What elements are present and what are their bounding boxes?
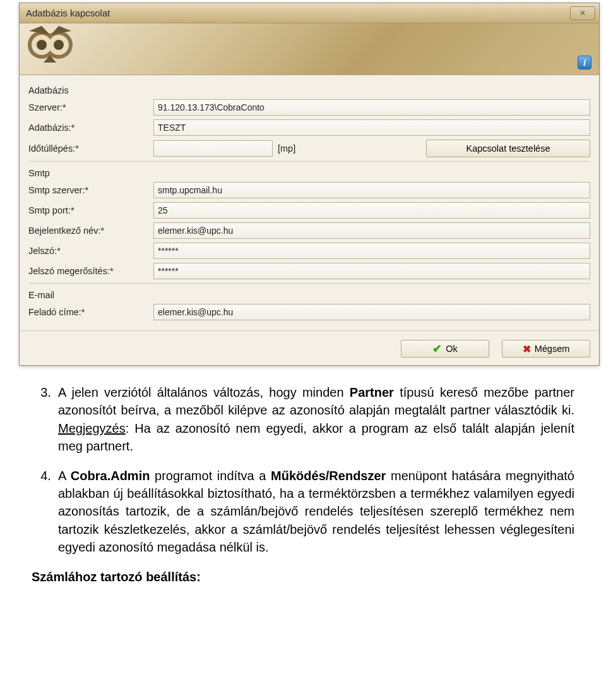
label-database: Adatbázis:* bbox=[28, 123, 148, 133]
document-body: A jelen verziótól általános változás, ho… bbox=[32, 383, 574, 586]
close-button[interactable]: × bbox=[570, 6, 595, 20]
label-smtp-password-confirm: Jelszó megerősítés:* bbox=[28, 266, 148, 276]
smtp-server-input[interactable] bbox=[153, 182, 590, 198]
owl-logo-icon bbox=[20, 23, 89, 75]
titlebar: Adatbázis kapcsolat × bbox=[20, 3, 599, 23]
sender-address-input[interactable] bbox=[153, 304, 590, 320]
server-input[interactable] bbox=[153, 99, 590, 116]
label-smtp-port: Smtp port:* bbox=[28, 205, 148, 215]
svg-point-4 bbox=[37, 40, 47, 50]
list-item-4: A Cobra.Admin programot indítva a Működé… bbox=[58, 467, 574, 557]
label-smtp-login: Bejelentkező név:* bbox=[28, 226, 148, 236]
section-heading-smtp: Smtp bbox=[28, 168, 590, 178]
timeout-input[interactable] bbox=[153, 140, 273, 157]
section-heading-email: E-mail bbox=[28, 290, 590, 300]
smtp-port-input[interactable] bbox=[153, 202, 590, 219]
window-title: Adatbázis kapcsolat bbox=[26, 8, 110, 18]
smtp-login-input[interactable] bbox=[153, 222, 590, 239]
x-icon: ✖ bbox=[523, 343, 531, 355]
label-timeout: Időtúllépés:* bbox=[28, 143, 148, 154]
ok-button[interactable]: ✔ Ok bbox=[401, 340, 489, 358]
timeout-unit: [mp] bbox=[278, 143, 303, 154]
label-server: Szerver:* bbox=[28, 102, 148, 112]
database-connection-dialog: Adatbázis kapcsolat × i Adatbázis Szerve… bbox=[19, 3, 600, 366]
label-smtp-password: Jelszó:* bbox=[28, 246, 148, 256]
label-smtp-server: Smtp szerver:* bbox=[28, 185, 148, 195]
test-connection-button[interactable]: Kapcsolat tesztelése bbox=[426, 140, 590, 157]
smtp-password-confirm-input[interactable] bbox=[153, 263, 590, 279]
form-area: Adatbázis Szerver:* Adatbázis:* Időtúllé… bbox=[20, 75, 599, 330]
close-icon: × bbox=[579, 8, 585, 19]
cancel-button[interactable]: ✖ Mégsem bbox=[502, 340, 590, 358]
dialog-banner: i bbox=[20, 23, 599, 75]
section-heading-database: Adatbázis bbox=[28, 85, 590, 95]
list-item-3: A jelen verziótól általános változás, ho… bbox=[58, 383, 574, 456]
smtp-password-input[interactable] bbox=[153, 243, 590, 259]
database-input[interactable] bbox=[153, 119, 590, 136]
check-icon: ✔ bbox=[432, 342, 442, 356]
section-heading-invoice-setting: Számlához tartozó beállítás: bbox=[32, 568, 574, 586]
svg-point-5 bbox=[54, 40, 64, 50]
label-sender-address: Feladó címe:* bbox=[28, 307, 148, 317]
dialog-footer: ✔ Ok ✖ Mégsem bbox=[20, 331, 599, 365]
info-icon[interactable]: i bbox=[578, 56, 591, 69]
